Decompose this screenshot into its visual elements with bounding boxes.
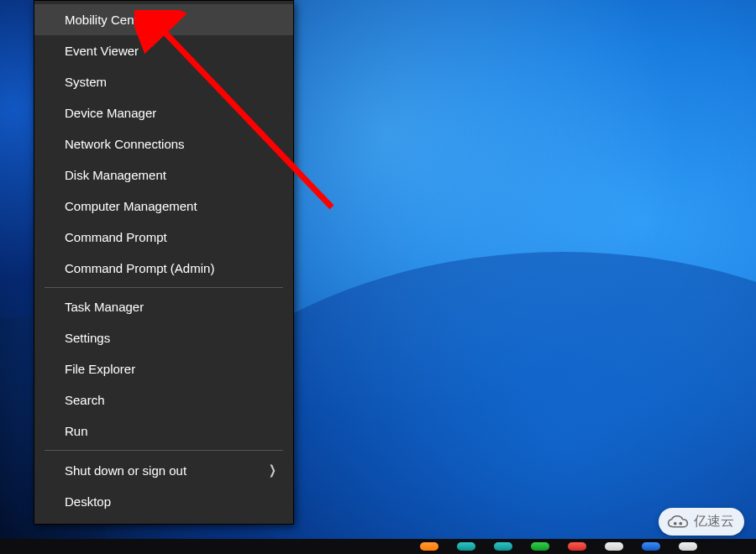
- menu-separator: [45, 450, 283, 451]
- menu-item-task-manager[interactable]: Task Manager: [34, 291, 293, 322]
- chevron-right-icon: ❯: [269, 463, 276, 478]
- menu-item-search[interactable]: Search: [34, 384, 293, 416]
- taskbar-icon[interactable]: [568, 542, 586, 551]
- svg-point-3: [679, 521, 682, 525]
- menu-item-device-manager[interactable]: Device Manager: [34, 97, 293, 128]
- menu-item-label: Shut down or sign out: [65, 463, 186, 478]
- menu-item-settings[interactable]: Settings: [34, 322, 293, 353]
- menu-item-label: Search: [65, 393, 105, 407]
- menu-item-command-prompt[interactable]: Command Prompt: [34, 222, 293, 253]
- menu-item-label: File Explorer: [65, 362, 135, 376]
- watermark-badge: 亿速云: [659, 508, 744, 536]
- menu-item-label: Device Manager: [65, 106, 156, 120]
- menu-item-label: Run: [65, 424, 88, 438]
- menu-item-disk-management[interactable]: Disk Management: [34, 159, 293, 191]
- taskbar-icon[interactable]: [605, 542, 623, 551]
- menu-item-label: Network Connections: [65, 137, 185, 151]
- taskbar-icon[interactable]: [642, 542, 660, 551]
- taskbar[interactable]: [0, 539, 756, 554]
- taskbar-icon[interactable]: [457, 542, 475, 551]
- winx-context-menu[interactable]: Mobility CenterEvent ViewerSystemDevice …: [34, 0, 294, 525]
- menu-item-label: Computer Management: [65, 199, 197, 213]
- menu-item-label: Mobility Center: [65, 13, 149, 27]
- menu-item-label: Task Manager: [65, 300, 144, 314]
- menu-item-label: Command Prompt: [65, 230, 167, 244]
- watermark-text: 亿速云: [694, 513, 734, 530]
- taskbar-icon[interactable]: [531, 542, 549, 551]
- menu-item-run[interactable]: Run: [34, 416, 293, 447]
- menu-item-desktop[interactable]: Desktop: [34, 486, 293, 517]
- menu-item-command-prompt-admin[interactable]: Command Prompt (Admin): [34, 253, 293, 284]
- menu-item-label: Settings: [65, 331, 110, 345]
- menu-item-label: Disk Management: [65, 168, 166, 182]
- menu-separator: [45, 287, 283, 288]
- menu-item-label: Command Prompt (Admin): [65, 261, 214, 275]
- taskbar-icon[interactable]: [420, 542, 438, 551]
- menu-item-label: Event Viewer: [65, 44, 139, 58]
- menu-item-network-connections[interactable]: Network Connections: [34, 128, 293, 159]
- menu-item-computer-management[interactable]: Computer Management: [34, 191, 293, 222]
- taskbar-icon[interactable]: [494, 542, 512, 551]
- menu-item-mobility-center[interactable]: Mobility Center: [34, 4, 293, 35]
- taskbar-icon[interactable]: [679, 542, 697, 551]
- menu-item-label: System: [65, 75, 107, 89]
- svg-point-2: [674, 521, 677, 525]
- menu-item-label: Desktop: [65, 494, 111, 509]
- menu-item-shut-down-or-sign-out[interactable]: Shut down or sign out❯: [34, 454, 293, 486]
- menu-item-file-explorer[interactable]: File Explorer: [34, 353, 293, 384]
- menu-item-system[interactable]: System: [34, 66, 293, 97]
- menu-item-event-viewer[interactable]: Event Viewer: [34, 35, 293, 66]
- cloud-icon: [667, 515, 689, 530]
